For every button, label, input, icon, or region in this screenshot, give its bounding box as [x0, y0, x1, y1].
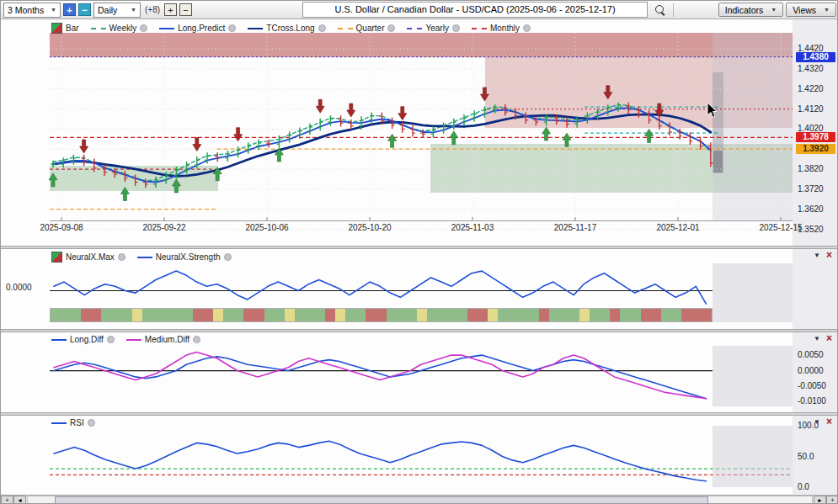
- neuralx-plot[interactable]: [50, 263, 793, 307]
- diff-plot[interactable]: [50, 346, 793, 406]
- scrollbar-track[interactable]: [27, 496, 813, 504]
- neural-strip-cell: [183, 309, 193, 321]
- neural-strip-cell: [355, 309, 366, 321]
- close-panel-button[interactable]: ×: [826, 251, 832, 259]
- range-zoom-out-button[interactable]: −: [78, 3, 91, 16]
- legend-label: NeuralX.Max: [66, 252, 115, 262]
- neural-strip-cell: [51, 309, 61, 321]
- price-chart-panel[interactable]: BarWeeklyLong.PredictTCross.LongQuarterY…: [1, 19, 838, 246]
- neural-strip-cell: [417, 309, 427, 321]
- toolbar-separator: [673, 3, 674, 17]
- scroll-left-button[interactable]: ◄: [13, 496, 26, 504]
- neural-strip-cell: [387, 309, 397, 321]
- neural-strip-cell: [376, 309, 387, 321]
- mouse-cursor: [707, 102, 718, 119]
- neuralx-panel[interactable]: 0.0000 NeuralX.MaxNeuralX.Strength ▼ ×: [1, 249, 838, 329]
- neural-strip-cell: [488, 309, 498, 321]
- diff-panel[interactable]: Long.DiffMedium.Diff 0.00500.0000-0.0050…: [1, 332, 838, 412]
- interval-select-value: Daily: [98, 5, 117, 15]
- neural-strip-cell: [163, 309, 173, 321]
- axis-column: [793, 249, 838, 329]
- scroll-add-right-button[interactable]: +: [826, 496, 838, 504]
- neural-strip-cell: [152, 309, 163, 321]
- neural-strip-cell: [641, 309, 651, 321]
- legend-rsi[interactable]: RSI: [51, 418, 95, 427]
- views-button[interactable]: Views ▼: [786, 3, 836, 17]
- neural-strip-cell: [243, 309, 254, 321]
- neural-strip-cell: [325, 309, 335, 321]
- series-info-dot[interactable]: [107, 336, 115, 343]
- date-axis-label: 2025-11-03: [437, 223, 508, 232]
- series-info-dot[interactable]: [88, 419, 95, 427]
- horizontal-scrollbar[interactable]: + ◄ ► +: [1, 495, 838, 504]
- neural-strip-cell: [569, 309, 579, 321]
- search-icon[interactable]: [654, 3, 667, 17]
- legend-neuralx-max[interactable]: NeuralX.Max: [51, 252, 125, 263]
- rsi-panel[interactable]: RSI 100.050.00.0 ▼ ×: [1, 416, 838, 494]
- neural-strip-cell: [223, 309, 233, 321]
- range-select-value: 3 Months: [8, 5, 44, 15]
- interval-select[interactable]: Daily ▼: [93, 3, 141, 18]
- collapse-panel-button[interactable]: ▼: [814, 335, 820, 342]
- value-axis-label: 50.0: [798, 452, 814, 461]
- neural-strip-cell: [427, 309, 437, 321]
- range-select[interactable]: 3 Months ▼: [3, 3, 61, 18]
- scroll-right-button[interactable]: ►: [814, 496, 826, 504]
- neural-strip-cell: [91, 309, 101, 321]
- neural-strip-cell: [681, 309, 691, 321]
- forecast-zone: [713, 426, 793, 487]
- indicators-button[interactable]: Indicators ▼: [718, 3, 783, 17]
- panel-controls: ▼ ×: [814, 334, 832, 342]
- chevron-down-icon: ▼: [131, 7, 136, 13]
- neural-strip-cell: [173, 309, 183, 321]
- series-info-dot[interactable]: [193, 336, 200, 343]
- date-axis-label: 2025-10-20: [334, 223, 405, 232]
- neural-strip-cell: [285, 309, 295, 321]
- neural-strip-cell: [101, 309, 111, 321]
- scrollbar-thumb[interactable]: [55, 496, 708, 504]
- neural-strip-cell: [519, 309, 529, 321]
- value-axis-label: -0.0050: [798, 381, 826, 390]
- neural-strip-cell: [315, 309, 325, 321]
- neural-strip-cell: [193, 309, 203, 321]
- neural-strip-cell: [203, 309, 213, 321]
- close-panel-button[interactable]: ×: [826, 334, 832, 342]
- legend-long-diff[interactable]: Long.Diff: [51, 335, 115, 344]
- close-panel-button[interactable]: ×: [826, 417, 832, 426]
- neural-strip-cell: [295, 309, 305, 321]
- range-zoom-in-button[interactable]: +: [63, 3, 76, 16]
- neural-strip-cell: [691, 309, 702, 321]
- neural-strip-cell: [71, 309, 81, 321]
- rsi-plot[interactable]: [50, 426, 793, 487]
- neural-strip-cell: [142, 309, 152, 321]
- collapse-panel-button[interactable]: ▼: [814, 252, 820, 259]
- rsi-legend: RSI: [51, 418, 95, 427]
- scroll-add-left-button[interactable]: +: [1, 496, 13, 504]
- series-color-swatch: [51, 422, 67, 424]
- neural-strip-cell: [213, 309, 223, 321]
- neural-strip-cell: [397, 309, 407, 321]
- search-tail: [661, 12, 665, 16]
- chart-title: U.S. Dollar / Canadian Dollar - USD/CAD …: [302, 2, 648, 18]
- neural-strip-cell: [579, 309, 590, 321]
- neural-strip-cell: [122, 309, 132, 321]
- add-bars-button[interactable]: +: [164, 3, 177, 16]
- indicators-button-label: Indicators: [725, 5, 764, 15]
- series-info-dot[interactable]: [224, 253, 232, 261]
- series-color-swatch: [126, 339, 141, 341]
- legend-neuralx-strength[interactable]: NeuralX.Strength: [137, 252, 232, 262]
- series-color-swatch: [51, 339, 67, 341]
- legend-medium-diff[interactable]: Medium.Diff: [126, 335, 200, 344]
- collapse-panel-button[interactable]: ▼: [814, 418, 820, 426]
- series-info-dot[interactable]: [118, 253, 125, 261]
- toolbar: 3 Months ▼ + − Daily ▼ (+8) + − U.S. Dol…: [1, 1, 838, 19]
- value-axis-label: 0.0050: [798, 350, 824, 359]
- date-axis-label: 2025-12-15: [745, 223, 816, 232]
- remove-bars-button[interactable]: −: [179, 3, 192, 16]
- neural-strip-cell: [590, 309, 600, 321]
- neural-strip-cell: [305, 309, 315, 321]
- neural-strip-cell: [275, 309, 285, 321]
- diff-axis: 0.00500.0000-0.0050-0.0100: [795, 332, 838, 412]
- value-axis-label: 0.0000: [798, 366, 824, 375]
- neural-strip-cell: [498, 309, 508, 321]
